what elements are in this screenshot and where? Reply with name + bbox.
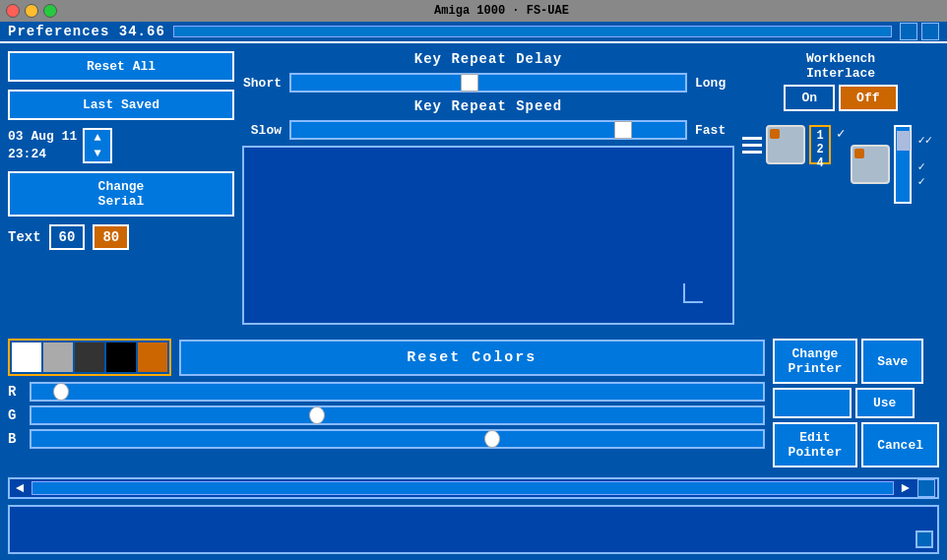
use-row: Use (773, 388, 939, 418)
use-button-empty[interactable] (773, 388, 852, 418)
preview-resize-icon[interactable] (915, 530, 933, 548)
change-serial-label: ChangeSerial (98, 179, 145, 209)
speed-slider-row: Slow Fast (242, 120, 734, 140)
scroll-icon[interactable] (917, 479, 935, 497)
preview-cursor (683, 283, 703, 303)
joy-line (742, 144, 762, 147)
horizontal-scrollbar[interactable]: ◄ ► (8, 477, 939, 499)
workbench-section: Workbench Interlace On Off (742, 51, 939, 111)
delay-slider-thumb[interactable] (461, 74, 478, 92)
change-printer-button[interactable]: ChangePrinter (773, 339, 858, 384)
text-value-2[interactable]: 80 (93, 224, 129, 250)
main-container: Reset All Last Saved 03 Aug 11 23:24 ▲ ▼… (0, 43, 947, 560)
joy-group-1: 1 2 4 (742, 125, 831, 164)
off-button[interactable]: Off (839, 85, 897, 111)
scroll-right-arrow[interactable]: ► (898, 480, 914, 496)
key-repeat-delay-title: Key Repeat Delay (242, 51, 734, 67)
swatch-orange[interactable] (138, 342, 167, 372)
datetime-row: 03 Aug 11 23:24 ▲ ▼ (8, 128, 234, 163)
speed-slider[interactable] (289, 120, 687, 140)
speed-slider-thumb[interactable] (614, 121, 632, 139)
joystick-icon-2[interactable] (851, 145, 890, 184)
datetime-arrows[interactable]: ▲ ▼ (83, 128, 112, 163)
swatch-lightgray[interactable] (43, 342, 73, 372)
b-slider-thumb[interactable] (484, 430, 500, 448)
g-slider[interactable] (30, 405, 765, 425)
date-line1: 03 Aug 11 (8, 128, 77, 146)
fast-label: Fast (695, 123, 734, 138)
edit-pointer-button[interactable]: EditPointer (773, 422, 858, 467)
right-buttons: ChangePrinter Save Use EditPointer Cance… (773, 339, 939, 467)
use-button[interactable]: Use (855, 388, 915, 418)
g-slider-row: G (8, 405, 765, 425)
checkmark-3: ✓ ✓ (917, 159, 939, 189)
menubar-btn-1[interactable] (900, 23, 917, 40)
joy-numbers[interactable]: 1 2 4 (809, 125, 831, 164)
titlebar: Amiga 1000 · FS-UAE (0, 0, 947, 22)
delay-slider[interactable] (289, 73, 687, 93)
workbench-title: Workbench Interlace (806, 51, 875, 81)
close-button[interactable] (6, 4, 20, 18)
reset-all-button[interactable]: Reset All (8, 51, 234, 82)
last-saved-button[interactable]: Last Saved (8, 90, 234, 120)
r-slider-row: R (8, 382, 765, 402)
swatch-black[interactable] (106, 342, 136, 372)
menubar: Preferences 34.66 (0, 22, 947, 43)
interlace-label: Interlace (806, 66, 875, 81)
save-button[interactable]: Save (861, 339, 923, 384)
bottom-main-row: Reset Colors R G (8, 339, 939, 467)
key-repeat-speed-title: Key Repeat Speed (242, 98, 734, 114)
maximize-button[interactable] (43, 4, 57, 18)
color-row: Reset Colors (8, 339, 765, 376)
short-label: Short (242, 76, 282, 91)
time-line2: 23:24 (8, 146, 77, 163)
text-value-1[interactable]: 60 (49, 224, 86, 250)
b-slider-row: B (8, 429, 765, 449)
reset-colors-button[interactable]: Reset Colors (179, 340, 765, 376)
menubar-title[interactable]: Preferences 34.66 (8, 24, 165, 39)
top-section: Reset All Last Saved 03 Aug 11 23:24 ▲ ▼… (0, 43, 947, 333)
r-slider[interactable] (30, 382, 765, 402)
g-label: G (8, 407, 24, 423)
menubar-scrollbar[interactable] (173, 26, 892, 37)
checkmark-1: ✓ (837, 125, 845, 142)
joy-scroll[interactable] (894, 125, 912, 204)
swatch-white[interactable] (12, 342, 41, 372)
g-slider-thumb[interactable] (309, 406, 325, 424)
joy-num-4: 4 (816, 156, 823, 170)
left-bottom: Reset Colors R G (8, 339, 765, 449)
joy-lines-left (742, 137, 762, 154)
text-row: Text 60 80 (8, 224, 234, 250)
preview-area (242, 146, 734, 325)
b-label: B (8, 431, 24, 447)
menubar-btn-2[interactable] (921, 23, 939, 40)
joystick-area: 1 2 4 ✓ ✓✓ (742, 125, 939, 204)
checkmark-2: ✓✓ (917, 133, 939, 148)
change-serial-button[interactable]: ChangeSerial (8, 171, 234, 217)
r-slider-thumb[interactable] (53, 383, 69, 401)
scroll-track[interactable] (32, 481, 893, 495)
joy-check-1: ✓ (837, 125, 845, 142)
bottom-preview-row (8, 505, 939, 554)
long-label: Long (695, 76, 734, 91)
right-panel: Workbench Interlace On Off (742, 51, 939, 325)
printer-save-row: ChangePrinter Save (773, 339, 939, 384)
swatch-darkgray[interactable] (75, 342, 104, 372)
joy-line (742, 151, 762, 154)
joy-group-2 (851, 125, 912, 204)
joystick-icon-1[interactable] (766, 125, 805, 164)
on-button[interactable]: On (784, 85, 835, 111)
b-slider[interactable] (30, 429, 765, 449)
minimize-button[interactable] (25, 4, 38, 18)
bottom-section: Reset Colors R G (0, 333, 947, 560)
slow-label: Slow (242, 123, 282, 138)
color-swatches (8, 339, 171, 376)
joy-detail-2 (854, 149, 864, 158)
rgb-section: R G B (8, 382, 765, 449)
delay-slider-row: Short Long (242, 73, 734, 93)
datetime-display: 03 Aug 11 23:24 (8, 128, 77, 163)
text-label: Text (8, 229, 41, 245)
joy-scroll-thumb[interactable] (897, 131, 911, 151)
scroll-left-arrow[interactable]: ◄ (12, 480, 28, 496)
cancel-button[interactable]: Cancel (861, 422, 939, 467)
